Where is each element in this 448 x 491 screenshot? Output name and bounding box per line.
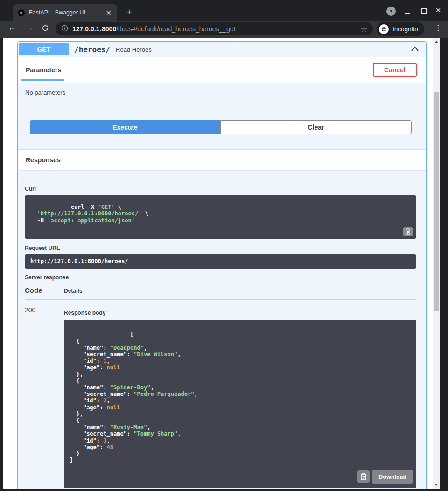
- incognito-label: Incognito: [392, 26, 418, 33]
- browser-window: FastAPI - Swagger UI ✕ + ▼ × ← → 127.0.0…: [0, 0, 448, 491]
- clear-button[interactable]: Clear: [220, 120, 412, 134]
- reload-button[interactable]: [42, 24, 49, 33]
- curl-label: Curl: [25, 186, 416, 192]
- download-button[interactable]: Download: [372, 470, 413, 484]
- http-method-badge: GET: [19, 43, 69, 55]
- request-url-value: http://127.0.0.1:8000/heroes/: [30, 258, 128, 264]
- collapse-chevron-icon[interactable]: [410, 44, 420, 55]
- window-maximize-button[interactable]: [421, 8, 427, 14]
- code-column-header: Code: [25, 286, 64, 294]
- opblock-get-heroes: GET /heroes/ Read Heroes Parameters Canc…: [17, 41, 427, 489]
- response-row-200: 200 Response body [ { "name": "Deadpond"…: [25, 300, 416, 489]
- server-response-label: Server response: [25, 274, 416, 281]
- fastapi-favicon-icon: [18, 9, 25, 16]
- page-scrollbar[interactable]: [433, 38, 440, 489]
- copy-curl-button[interactable]: [403, 227, 413, 236]
- response-body-block: [ { "name": "Deadpond", "secret_name": "…: [64, 320, 416, 488]
- response-body-code: [ { "name": "Deadpond", "secret_name": "…: [70, 331, 198, 463]
- execute-button[interactable]: Execute: [30, 120, 220, 134]
- details-column-header: Details: [64, 286, 82, 294]
- status-code: 200: [25, 306, 64, 489]
- browser-status-icon[interactable]: ▼: [386, 7, 396, 16]
- tab-close-icon[interactable]: ✕: [105, 9, 112, 16]
- url-host: 127.0.0.1:8000: [72, 25, 116, 33]
- forward-button[interactable]: →: [26, 23, 34, 32]
- bookmark-star-icon[interactable]: ☆: [361, 25, 367, 34]
- scrollbar-thumb[interactable]: [434, 92, 439, 311]
- swagger-content: GET /heroes/ Read Heroes Parameters Canc…: [3, 38, 433, 489]
- cancel-button[interactable]: Cancel: [373, 63, 417, 77]
- site-info-icon[interactable]: [61, 25, 68, 34]
- endpoint-summary: Read Heroes: [116, 46, 410, 53]
- response-table-header: Code Details: [25, 286, 416, 300]
- tab-title: FastAPI - Swagger UI: [29, 9, 105, 16]
- opblock-summary-header[interactable]: GET /heroes/ Read Heroes: [18, 42, 426, 57]
- execute-row: Execute Clear: [30, 120, 412, 134]
- browser-menu-icon[interactable]: ⋮: [434, 23, 442, 32]
- request-url-block: http://127.0.0.1:8000/heroes/: [25, 254, 416, 269]
- browser-tab[interactable]: FastAPI - Swagger UI ✕: [13, 4, 117, 21]
- active-tab-underline: [21, 79, 64, 81]
- server-response-table: Code Details 200 Response body [ { "name…: [25, 286, 416, 489]
- parameters-body: No parameters Execute Clear: [18, 83, 426, 149]
- new-tab-button[interactable]: +: [124, 7, 135, 18]
- copy-response-button[interactable]: [357, 470, 370, 483]
- no-parameters-text: No parameters: [18, 89, 426, 96]
- scrollbar-up-arrow[interactable]: [433, 39, 440, 45]
- scrollbar-down-arrow[interactable]: [433, 481, 440, 488]
- responses-body: Curl curl -X 'GET' \ 'http://127.0.0.1:8…: [18, 186, 426, 489]
- url-text: 127.0.0.1:8000/docs#/default/read_heroes…: [72, 25, 357, 33]
- response-body-label: Response body: [64, 310, 416, 316]
- back-button[interactable]: ←: [8, 23, 16, 32]
- endpoint-path: /heroes/: [74, 45, 110, 54]
- responses-title: Responses: [26, 156, 61, 164]
- page-viewport: GET /heroes/ Read Heroes Parameters Canc…: [3, 38, 440, 489]
- request-url-label: Request URL: [25, 245, 416, 251]
- curl-block: curl -X 'GET' \ 'http://127.0.0.1:8000/h…: [25, 195, 416, 239]
- responses-section-header: Responses: [18, 149, 426, 171]
- window-minimize-button[interactable]: [405, 13, 410, 14]
- tab-parameters[interactable]: Parameters: [26, 66, 61, 74]
- incognito-icon: [379, 24, 389, 34]
- parameters-section-header: Parameters Cancel: [18, 57, 426, 83]
- url-path: /docs#/default/read_heroes_heroes__get: [116, 25, 235, 33]
- response-details: Response body [ { "name": "Deadpond", "s…: [64, 306, 416, 489]
- address-bar[interactable]: 127.0.0.1:8000/docs#/default/read_heroes…: [56, 22, 373, 35]
- window-close-button[interactable]: ×: [434, 5, 443, 15]
- incognito-badge: Incognito: [377, 22, 424, 36]
- tab-strip: FastAPI - Swagger UI ✕ + ▼ ×: [0, 0, 448, 21]
- curl-code: curl -X 'GET' \ 'http://127.0.0.1:8000/h…: [30, 204, 148, 223]
